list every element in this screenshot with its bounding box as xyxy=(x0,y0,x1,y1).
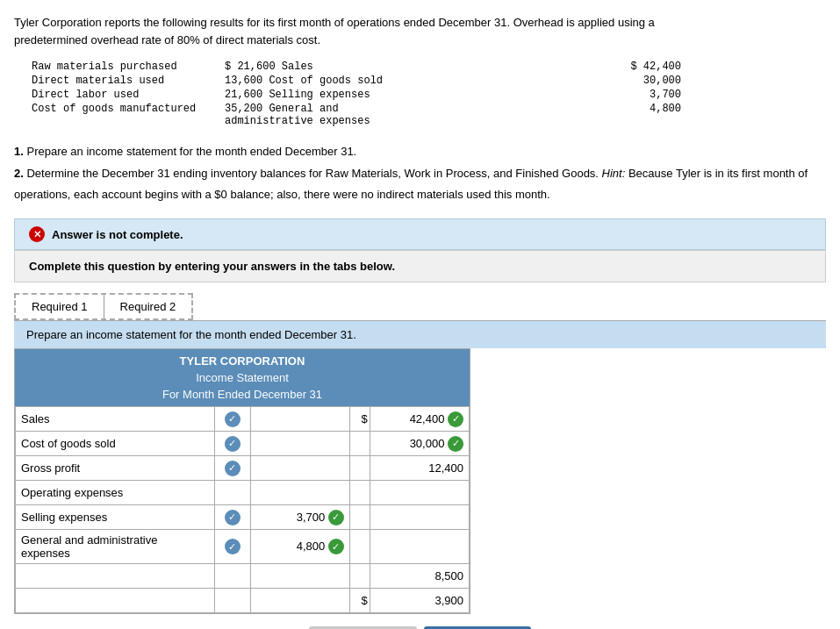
check-cell: ✓ xyxy=(214,456,250,481)
value-col1[interactable] xyxy=(250,589,349,613)
green-check-icon: ✓ xyxy=(328,539,344,554)
check-cell: ✓ xyxy=(214,432,250,456)
table-row: Raw materials purchased $ 21,600 Sales $… xyxy=(32,61,826,73)
value-col2: 42,400 ✓ xyxy=(370,407,469,432)
row-label: Sales xyxy=(16,407,215,432)
dollar-sign: $ xyxy=(349,589,370,613)
value-col1: 3,700 ✓ xyxy=(250,505,349,530)
income-table-title: TYLER CORPORATION xyxy=(15,349,470,369)
dollar-sign xyxy=(349,564,370,589)
row-label xyxy=(16,589,215,613)
value-col1: 4,800 ✓ xyxy=(250,530,349,564)
table-row: Cost of goods sold ✓ 30,000 ✓ xyxy=(16,432,470,456)
table-row: Selling expenses ✓ 3,700 ✓ xyxy=(16,505,470,530)
income-table-subtitle: Income Statement xyxy=(15,369,470,386)
dollar-sign xyxy=(349,530,370,564)
row-label: Selling expenses xyxy=(16,505,215,530)
dollar-sign: $ xyxy=(349,407,370,432)
check-icon: ✓ xyxy=(225,539,241,554)
intro-text: Tyler Corporation reports the following … xyxy=(14,14,822,48)
intro-paragraph: Tyler Corporation reports the following … xyxy=(14,14,826,48)
tab-required-2[interactable]: Required 2 xyxy=(104,295,192,318)
value-col1[interactable] xyxy=(250,432,349,456)
row-label: Operating expenses xyxy=(16,481,215,505)
section-header: Prepare an income statement for the mont… xyxy=(14,320,826,348)
dollar-sign xyxy=(349,456,370,481)
tabs-container: Required 1 Required 2 xyxy=(14,293,193,320)
complete-instruction-text: Complete this question by entering your … xyxy=(29,260,395,273)
table-row: Cost of goods manufactured 35,200 Genera… xyxy=(32,103,826,127)
value-col2 xyxy=(370,530,469,564)
table-row: Gross profit ✓ 12,400 xyxy=(16,456,470,481)
value-col2 xyxy=(370,505,469,530)
table-row: Direct labor used 21,600 Selling expense… xyxy=(32,89,826,101)
check-cell: ✓ xyxy=(214,505,250,530)
check-cell xyxy=(214,481,250,505)
value-col1[interactable] xyxy=(250,481,349,505)
tab-required-1[interactable]: Required 1 xyxy=(16,295,104,318)
value-col1[interactable] xyxy=(250,564,349,589)
dollar-sign xyxy=(349,505,370,530)
answer-banner-text: Answer is not complete. xyxy=(52,228,183,241)
check-icon: ✓ xyxy=(225,510,241,525)
financial-data-table: Raw materials purchased $ 21,600 Sales $… xyxy=(14,61,826,127)
table-row: Sales ✓ $ 42,400 ✓ xyxy=(16,407,470,432)
check-cell xyxy=(214,589,250,613)
question-2: 2. Determine the December 31 ending inve… xyxy=(14,163,822,204)
green-check-icon: ✓ xyxy=(328,510,344,525)
questions-section: 1. Prepare an income statement for the m… xyxy=(14,141,822,204)
table-row: Operating expenses xyxy=(16,481,470,505)
answer-banner: ✕ Answer is not complete. xyxy=(14,218,826,250)
check-cell: ✓ xyxy=(214,530,250,564)
income-table-sub2: For Month Ended December 31 xyxy=(15,386,470,406)
table-row: Direct materials used 13,600 Cost of goo… xyxy=(32,75,826,87)
table-row: General and administrative expenses ✓ 4,… xyxy=(16,530,470,564)
check-icon: ✓ xyxy=(225,461,241,476)
value-col1[interactable] xyxy=(250,456,349,481)
green-check-icon: ✓ xyxy=(448,411,463,427)
value-col2: 3,900 xyxy=(370,589,469,613)
check-cell xyxy=(214,564,250,589)
dollar-sign xyxy=(349,432,370,456)
row-label xyxy=(16,564,215,589)
value-col2 xyxy=(370,481,469,505)
question-1: 1. Prepare an income statement for the m… xyxy=(14,141,822,161)
check-cell: ✓ xyxy=(214,407,250,432)
dollar-sign xyxy=(349,481,370,505)
error-icon: ✕ xyxy=(29,226,45,242)
value-col2: 8,500 xyxy=(370,564,469,589)
value-col2: 30,000 ✓ xyxy=(370,432,469,456)
table-row: $ 3,900 xyxy=(16,589,470,613)
value-col2: 12,400 xyxy=(370,456,469,481)
green-check-icon: ✓ xyxy=(448,436,463,452)
check-icon: ✓ xyxy=(225,411,241,427)
row-label: Cost of goods sold xyxy=(16,432,215,456)
complete-instruction-box: Complete this question by entering your … xyxy=(14,250,826,282)
income-table-body: Sales ✓ $ 42,400 ✓ Cost of goods sold ✓ … xyxy=(15,406,470,613)
value-col1[interactable] xyxy=(250,407,349,432)
check-icon: ✓ xyxy=(225,436,241,452)
row-label: General and administrative expenses xyxy=(16,530,215,564)
row-label: Gross profit xyxy=(16,456,215,481)
income-statement-table: TYLER CORPORATION Income Statement For M… xyxy=(14,348,470,614)
table-row: 8,500 xyxy=(16,564,470,589)
